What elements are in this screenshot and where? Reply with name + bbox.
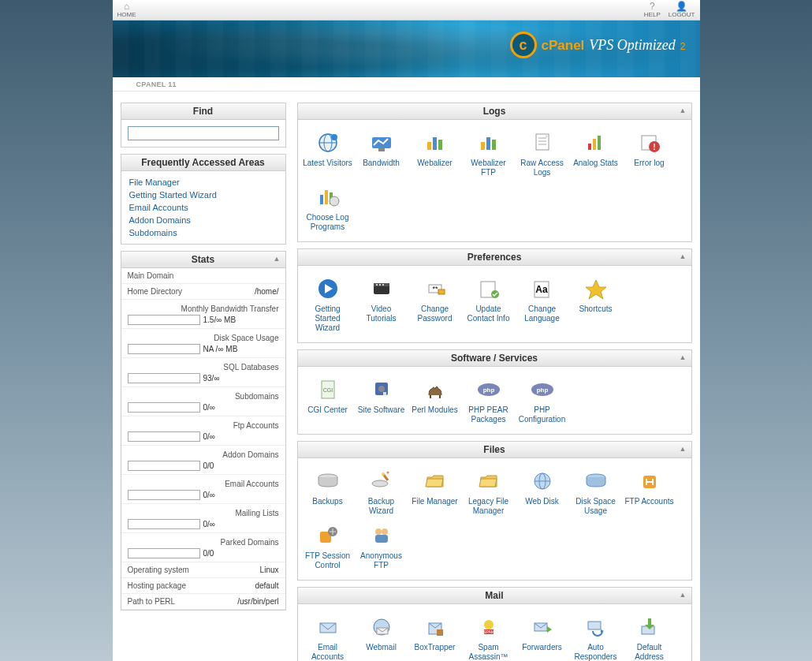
php-configuration[interactable]: phpPHP Configuration: [516, 373, 569, 428]
analog-stats[interactable]: Analog Stats: [569, 126, 623, 181]
stat-row: Ftp Accounts0/∞: [121, 416, 285, 446]
freq-link-3[interactable]: Addon Domains: [129, 214, 277, 226]
auto-responders[interactable]: Auto Responders: [569, 611, 623, 661]
brand-vps: VPS Optimized: [589, 37, 676, 54]
svg-point-56: [386, 472, 389, 474]
mail-icon: [312, 614, 344, 640]
spam-assassin[interactable]: SPAMSpam Assassin™: [462, 611, 516, 661]
webalizer-ftp[interactable]: Webalizer FTP: [462, 126, 516, 181]
icon-label: Update Contact Info: [464, 304, 514, 323]
change-password[interactable]: **Change Password: [408, 272, 462, 336]
svg-text:SPAM: SPAM: [483, 629, 494, 634]
site-software[interactable]: Site Software: [355, 373, 408, 428]
legacy-file-manager[interactable]: Legacy File Manager: [462, 465, 516, 519]
folder-icon: [473, 468, 505, 495]
ftp-icon: [634, 468, 665, 495]
globe-icon: [312, 129, 344, 156]
svg-rect-76: [588, 622, 601, 629]
latest-visitors[interactable]: Latest Visitors: [301, 126, 355, 181]
stat-label: Addon Domains: [128, 450, 279, 459]
brand-cpanel: cPanel: [542, 38, 585, 54]
search-input[interactable]: [128, 126, 279, 140]
section-preferences: Preferences▲Getting Started WizardVideo …: [297, 248, 692, 343]
svg-rect-18: [598, 136, 601, 150]
section-header: Mail▲: [298, 588, 691, 604]
collapse-icon[interactable]: ▲: [274, 255, 281, 263]
freq-link-2[interactable]: Email Accounts: [129, 201, 277, 214]
stat-row: Monthly Bandwidth Transfer1.5/∞ MB: [121, 300, 285, 329]
bandwidth[interactable]: Bandwidth: [355, 126, 408, 181]
web-disk[interactable]: Web Disk: [516, 465, 569, 519]
svg-rect-23: [325, 190, 328, 204]
backups[interactable]: Backups: [301, 465, 355, 519]
freq-link-1[interactable]: Getting Started Wizard: [129, 189, 277, 201]
icon-label: Shortcuts: [571, 304, 621, 314]
svg-point-64: [375, 528, 382, 535]
php-pear-packages[interactable]: phpPHP PEAR Packages: [462, 373, 516, 428]
file-manager[interactable]: File Manager: [408, 465, 462, 519]
collapse-icon[interactable]: ▲: [680, 353, 687, 361]
freq-link-4[interactable]: Subdomains: [129, 226, 277, 239]
section-software-services: Software / Services▲CGICGI CenterSite So…: [297, 349, 692, 435]
collapse-icon[interactable]: ▲: [680, 252, 687, 260]
stat-value: 0/0: [203, 549, 214, 558]
error-log[interactable]: !Error log: [623, 126, 676, 181]
icon-label: Auto Responders: [571, 643, 621, 661]
getting-started-wizard[interactable]: Getting Started Wizard: [301, 272, 355, 336]
raw-access-logs[interactable]: Raw Access Logs: [516, 126, 569, 181]
disk-icon: [366, 376, 397, 403]
logout-label: LOGOUT: [669, 11, 695, 18]
boxtrapper[interactable]: BoxTrapper: [408, 611, 462, 661]
icon-label: Web Disk: [517, 497, 568, 506]
webalizer[interactable]: Webalizer: [408, 126, 462, 181]
webdisk-icon: [527, 468, 558, 495]
stat-value: default: [255, 581, 278, 590]
svg-text:!: !: [653, 143, 655, 151]
svg-rect-16: [588, 144, 591, 150]
icon-label: Webalizer FTP: [464, 159, 514, 177]
collapse-icon[interactable]: ▲: [680, 445, 687, 453]
icon-label: Default Address: [624, 643, 675, 661]
logout-button[interactable]: 👤 LOGOUT: [669, 2, 695, 18]
shortcuts[interactable]: Shortcuts: [569, 272, 623, 336]
update-contact-info[interactable]: Update Contact Info: [462, 272, 516, 336]
change-language[interactable]: AaChange Language: [516, 272, 569, 336]
icon-label: Video Tutorials: [356, 304, 407, 323]
icon-label: FTP Accounts: [624, 497, 675, 506]
icon-label: Anonymous FTP: [356, 551, 407, 570]
stat-value: /usr/bin/perl: [237, 597, 278, 606]
icon-label: Forwarders: [517, 643, 568, 652]
collapse-icon[interactable]: ▲: [680, 106, 687, 114]
disk-space-usage[interactable]: Disk Space Usage: [569, 465, 623, 519]
email-accounts[interactable]: Email Accounts: [301, 611, 355, 661]
icon-label: Site Software: [356, 405, 407, 415]
choose-log-programs[interactable]: Choose Log Programs: [301, 181, 355, 235]
anonymous-ftp[interactable]: Anonymous FTP: [355, 519, 408, 573]
ftp-accounts[interactable]: FTP Accounts: [623, 465, 676, 519]
backup-wizard[interactable]: Backup Wizard: [355, 465, 408, 519]
svg-rect-10: [486, 137, 490, 150]
help-button[interactable]: ? HELP: [644, 2, 661, 18]
forwarders[interactable]: Forwarders: [516, 611, 569, 661]
stat-label: Path to PERL: [128, 597, 199, 606]
home-button[interactable]: ⌂ HOME: [117, 2, 136, 18]
freq-link-0[interactable]: File Manager: [129, 176, 277, 189]
bars-icon: [580, 129, 612, 156]
stat-value: 93/∞: [203, 374, 220, 383]
icon-label: Webmail: [356, 643, 407, 652]
icon-label: BoxTrapper: [410, 643, 460, 652]
php-icon: php: [527, 376, 558, 403]
ftp-session-control[interactable]: FTP Session Control: [301, 519, 355, 573]
icon-label: Webalizer: [410, 159, 460, 168]
default-address[interactable]: Default Address: [623, 611, 676, 661]
collapse-icon[interactable]: ▲: [680, 591, 687, 599]
section-header: Software / Services▲: [298, 350, 691, 367]
play-icon: [312, 275, 344, 302]
stat-label: Ftp Accounts: [128, 421, 279, 430]
video-tutorials[interactable]: Video Tutorials: [355, 272, 408, 336]
perl-modules[interactable]: Perl Modules: [408, 373, 462, 428]
stat-value: 0/∞: [203, 491, 215, 499]
svg-point-30: [376, 284, 378, 286]
webmail[interactable]: Webmail: [355, 611, 408, 661]
cgi-center[interactable]: CGICGI Center: [301, 373, 355, 428]
